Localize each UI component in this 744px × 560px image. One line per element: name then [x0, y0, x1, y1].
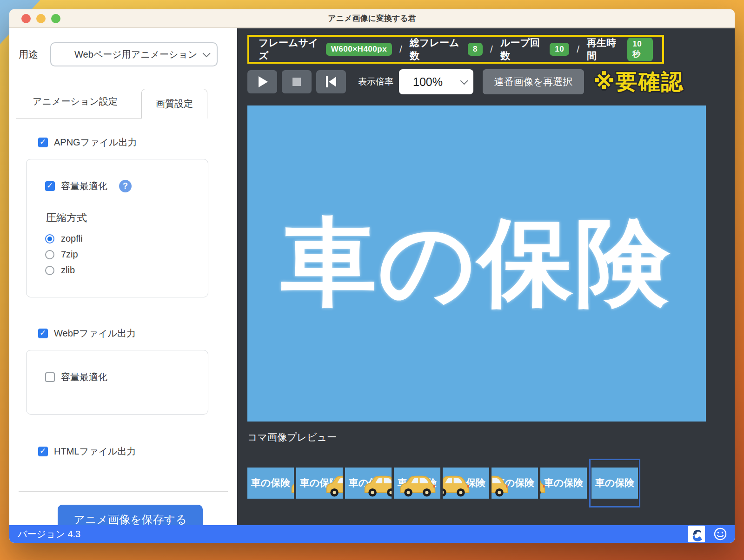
title-bar: アニメ画像に変換する君 — [9, 9, 735, 28]
help-icon[interactable]: ? — [119, 180, 132, 192]
thumb-caption: 車の保険 — [540, 476, 587, 489]
webp-optimize-checkbox[interactable]: 容量最適化 — [45, 371, 208, 383]
minimize-window-icon[interactable] — [36, 14, 46, 23]
play-button[interactable] — [247, 70, 277, 93]
stop-icon — [292, 78, 301, 86]
radio-zlib[interactable]: zlib — [45, 265, 208, 276]
radio-zlib-label: zlib — [61, 265, 75, 276]
webp-options-box: 容量最適化 — [26, 350, 208, 415]
preview-caption: 車の保険 — [281, 199, 672, 328]
car-icon — [540, 473, 546, 498]
radio-zopfli[interactable]: zopfli — [45, 233, 208, 244]
close-window-icon[interactable] — [21, 14, 31, 23]
stop-button[interactable] — [282, 70, 312, 93]
frame-thumbnail-8[interactable]: 車の保険 — [591, 468, 638, 499]
playback-controls: 表示倍率 100% 連番画像を再選択 ※要確認 — [247, 70, 735, 94]
checkbox-checked-icon — [38, 138, 48, 147]
chevron-down-icon — [460, 77, 468, 85]
car-icon — [399, 473, 437, 498]
frame-thumbnail-3[interactable]: 車の保険 — [345, 468, 392, 499]
tab-underline — [16, 118, 141, 119]
tab-animation-settings[interactable]: アニメーション設定 — [33, 95, 118, 108]
total-frames-label: 総フレーム数 — [410, 36, 461, 62]
frame-thumbnail-strip: 車の保険 車の保険 — [247, 459, 735, 507]
radio-unselected-icon — [45, 250, 54, 259]
play-icon — [259, 76, 268, 87]
thumb-caption: 車の保険 — [247, 476, 294, 489]
separator: / — [489, 44, 494, 55]
separator: / — [576, 44, 580, 55]
settings-tabs: アニメーション設定 画質設定 — [17, 89, 232, 119]
purpose-select-value: Webページ用アニメーション — [74, 48, 198, 61]
thumb-caption: 車の保険 — [591, 476, 638, 489]
tab-quality-settings[interactable]: 画質設定 — [141, 89, 207, 119]
radio-7zip[interactable]: 7zip — [45, 249, 208, 260]
desktop-wallpaper: アニメ画像に変換する君 用途 Webページ用アニメーション アニメーション設定 … — [0, 0, 744, 560]
car-icon — [492, 473, 509, 498]
frame-size-label: フレームサイズ — [259, 36, 319, 62]
apng-output-label: APNGファイル出力 — [54, 136, 137, 149]
separator: / — [399, 44, 403, 55]
reselect-images-button[interactable]: 連番画像を再選択 — [483, 69, 584, 94]
settings-panel: 用途 Webページ用アニメーション アニメーション設定 画質設定 APNGファイ… — [9, 28, 237, 525]
radio-zopfli-label: zopfli — [61, 233, 83, 244]
radio-selected-icon — [45, 234, 54, 244]
total-frames-badge: 8 — [468, 43, 483, 56]
frame-previews-label: コマ画像プレビュー — [247, 431, 735, 444]
frame-thumbnail-4[interactable]: 車の保険 — [394, 468, 440, 499]
webp-output-checkbox[interactable]: WebPファイル出力 — [38, 327, 232, 340]
zoom-select-value: 100% — [413, 75, 443, 89]
smiley-icon[interactable] — [713, 527, 727, 541]
purpose-label: 用途 — [19, 48, 38, 61]
loop-count-badge: 10 — [550, 43, 569, 56]
chevron-down-icon — [203, 49, 211, 57]
car-icon — [290, 473, 294, 498]
skip-to-start-icon — [326, 76, 336, 87]
apng-options-box: 容量最適化 ? 圧縮方式 zopfli 7zip zlib — [26, 159, 208, 297]
status-bar: バージョン 4.3 — [9, 525, 735, 543]
frame-thumbnail-2[interactable]: 車の保険 — [296, 468, 343, 499]
frame-thumbnail-5[interactable]: 車の保険 — [443, 468, 489, 499]
traffic-lights — [21, 14, 60, 23]
duration-badge: 10秒 — [627, 38, 653, 61]
skip-to-start-button[interactable] — [316, 70, 346, 93]
radio-7zip-label: 7zip — [61, 249, 78, 260]
selected-frame-highlight: 車の保険 — [589, 459, 640, 507]
app-logo-icon[interactable] — [688, 526, 705, 542]
checkbox-checked-icon — [38, 329, 48, 338]
frame-info-bar: フレームサイズ W600×H400px / 総フレーム数 8 / ループ回数 1… — [247, 35, 664, 64]
zoom-label: 表示倍率 — [358, 76, 393, 88]
compression-method-label: 圧縮方式 — [46, 211, 208, 225]
car-icon — [325, 473, 343, 498]
duration-label: 再生時間 — [587, 36, 621, 62]
frame-thumbnail-7[interactable]: 車の保険 — [540, 468, 587, 499]
checkbox-unchecked-icon — [45, 372, 55, 382]
zoom-select[interactable]: 100% — [399, 69, 473, 94]
preview-panel: フレームサイズ W600×H400px / 総フレーム数 8 / ループ回数 1… — [237, 28, 735, 525]
zoom-window-icon[interactable] — [51, 14, 60, 23]
apng-optimize-checkbox[interactable]: 容量最適化 ? — [45, 180, 208, 192]
frame-thumbnail-6[interactable]: 車の保険 — [492, 468, 538, 499]
apng-optimize-label: 容量最適化 — [61, 180, 107, 192]
checkbox-checked-icon — [38, 447, 48, 456]
purpose-select[interactable]: Webページ用アニメーション — [50, 42, 218, 66]
car-icon — [443, 473, 471, 498]
checkbox-checked-icon — [45, 181, 55, 191]
version-label: バージョン 4.3 — [18, 528, 80, 540]
webp-optimize-label: 容量最適化 — [61, 371, 107, 383]
webp-output-label: WebPファイル出力 — [54, 327, 136, 340]
window-title: アニメ画像に変換する君 — [328, 13, 416, 24]
html-output-checkbox[interactable]: HTMLファイル出力 — [38, 445, 232, 458]
html-output-label: HTMLファイル出力 — [54, 445, 136, 458]
apng-output-checkbox[interactable]: APNGファイル出力 — [38, 136, 232, 149]
radio-unselected-icon — [45, 266, 54, 275]
loop-count-label: ループ回数 — [500, 36, 543, 62]
car-icon — [363, 473, 392, 498]
check-required-annotation: ※要確認 — [593, 67, 684, 97]
frame-size-badge: W600×H400px — [326, 43, 392, 56]
frame-thumbnail-1[interactable]: 車の保険 — [247, 468, 294, 499]
animation-preview: 車の保険 — [247, 105, 706, 422]
app-window: アニメ画像に変換する君 用途 Webページ用アニメーション アニメーション設定 … — [9, 9, 735, 543]
divider — [19, 491, 228, 492]
